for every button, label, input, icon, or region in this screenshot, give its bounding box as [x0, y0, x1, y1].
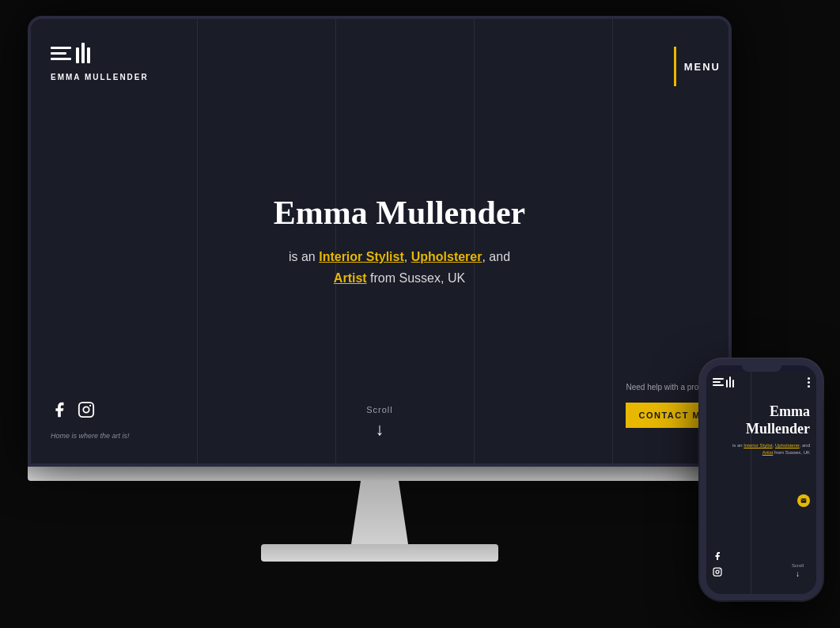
phone-logo-lines [713, 378, 724, 386]
svg-point-1 [83, 407, 89, 412]
role2: Upholsterer [411, 250, 482, 263]
subtitle-and: , and [482, 250, 510, 263]
phone-hero-sub: is an Interior Stylist, Upholsterer, and… [713, 442, 810, 456]
imac: EMMA MULLENDER [28, 16, 732, 617]
menu-button[interactable]: MENU [684, 61, 721, 73]
role3: Artist [334, 271, 367, 285]
imac-stand-neck [332, 481, 427, 544]
svg-point-5 [719, 569, 720, 570]
facebook-icon[interactable] [51, 401, 68, 422]
phone-notch [742, 365, 781, 372]
logo-lines-icon [51, 47, 71, 60]
grid-divider-4 [612, 19, 613, 463]
instagram-icon[interactable] [78, 401, 95, 422]
phone-facebook-icon[interactable] [713, 551, 810, 564]
imac-chin [28, 467, 732, 481]
logo-name: EMMA MULLENDER [51, 73, 149, 81]
svg-rect-0 [79, 403, 93, 417]
hero-title: Emma Mullender [274, 194, 525, 232]
phone-contact-icon[interactable] [797, 494, 810, 507]
subtitle-comma: , [404, 250, 407, 263]
sidebar-tagline: Home is where the art is! [51, 432, 177, 440]
phone-mockup: Emma Mullender is an Interior Stylist, U… [700, 359, 823, 600]
hero-subtitle: is an Interior Stylist, Upholsterer, and… [289, 246, 510, 289]
phone-scroll-label: Scroll [792, 563, 804, 568]
scroll-arrow-icon: ↓ [375, 419, 384, 440]
menu-area: MENU [674, 47, 721, 86]
phone-header [713, 376, 810, 388]
main-content: Emma Mullender is an Interior Stylist, U… [197, 19, 602, 463]
sidebar-bottom: Home is where the art is! [51, 401, 177, 440]
phone-logo-bars [726, 376, 734, 388]
phone-hero-title: Emma Mullender [713, 403, 810, 437]
imac-stand-base [261, 544, 498, 562]
scene: EMMA MULLENDER [0, 0, 840, 628]
role1: Interior Stylist [319, 250, 404, 263]
scroll-indicator: Scroll ↓ [366, 405, 393, 440]
svg-point-4 [716, 570, 719, 573]
phone-scroll: Scroll ↓ [792, 563, 804, 578]
social-icons [51, 401, 177, 422]
phone-screen: Emma Mullender is an Interior Stylist, U… [706, 372, 816, 594]
svg-point-2 [89, 405, 91, 407]
phone-bottom: Scroll ↓ [713, 551, 810, 586]
menu-yellow-accent [674, 47, 676, 86]
subtitle-prefix: is an [289, 250, 319, 263]
phone-logo [713, 376, 734, 388]
svg-rect-3 [713, 568, 721, 576]
phone-hero: Emma Mullender is an Interior Stylist, U… [713, 403, 810, 456]
phone-menu-dots[interactable] [808, 377, 810, 388]
logo-icon [51, 43, 90, 63]
sidebar: EMMA MULLENDER [31, 19, 197, 463]
scroll-label: Scroll [366, 405, 393, 414]
phone-title-line1: Emma [770, 403, 810, 419]
imac-screen: EMMA MULLENDER [28, 16, 732, 467]
logo-area: EMMA MULLENDER [51, 43, 177, 81]
screen-content: EMMA MULLENDER [31, 19, 728, 463]
phone-title-line2: Mullender [746, 421, 810, 437]
logo-bars-icon [76, 43, 90, 63]
subtitle-location: from Sussex, UK [367, 271, 465, 285]
phone-scroll-arrow: ↓ [796, 569, 800, 578]
